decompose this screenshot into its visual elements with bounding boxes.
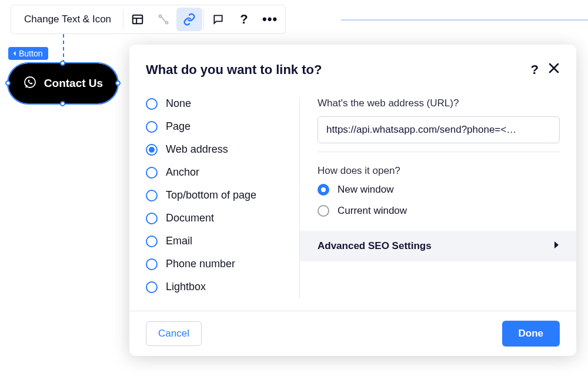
radio-icon [146, 190, 158, 201]
link-type-option[interactable]: Page [146, 120, 299, 133]
link-type-label: Lightbox [166, 281, 206, 293]
dialog-title: What do you want to link to? [146, 62, 531, 78]
url-input-value: https://api.whatsapp.com/send?phone=<… [326, 124, 516, 136]
dialog-footer: Cancel Done [129, 311, 576, 356]
chevron-right-icon [554, 241, 560, 251]
element-type-label: Button [19, 49, 42, 58]
open-field-label: How does it open? [318, 165, 560, 177]
element-type-tag-button[interactable]: Button [8, 47, 48, 60]
toolbar-separator [123, 9, 123, 29]
radio-icon [318, 205, 329, 217]
resize-handle-top[interactable] [60, 60, 65, 66]
link-type-option[interactable]: Top/bottom of page [146, 189, 299, 201]
radio-icon [146, 167, 158, 179]
link-settings-dialog: What do you want to link to? ? NonePageW… [129, 45, 576, 356]
radio-icon [146, 121, 158, 133]
svg-rect-0 [133, 15, 143, 24]
link-type-option[interactable]: Lightbox [146, 281, 299, 293]
radio-icon [318, 184, 329, 196]
contact-us-label: Contact Us [44, 77, 103, 90]
link-type-label: Web address [166, 143, 228, 156]
link-type-panel: NonePageWeb addressAnchorTop/bottom of p… [129, 98, 300, 299]
dialog-header: What do you want to link to? ? [129, 45, 576, 88]
link-type-label: Anchor [166, 166, 199, 179]
layout-icon[interactable] [125, 8, 151, 31]
animation-icon[interactable] [151, 8, 176, 31]
floating-toolbar: Change Text & Icon ? ••• [11, 5, 286, 34]
link-icon[interactable] [176, 8, 202, 31]
comment-icon[interactable] [205, 8, 231, 31]
radio-icon [146, 98, 158, 110]
open-option[interactable]: New window [318, 184, 560, 196]
cancel-button[interactable]: Cancel [146, 321, 202, 346]
radio-icon [146, 281, 158, 293]
url-input[interactable]: https://api.whatsapp.com/send?phone=<… [318, 116, 560, 143]
whatsapp-icon [23, 75, 37, 92]
open-option-label: Current window [338, 205, 407, 217]
radio-icon [146, 258, 158, 270]
toolbar-change-text-icon[interactable]: Change Text & Icon [14, 14, 122, 25]
toolbar-separator [203, 9, 204, 29]
link-type-label: None [166, 98, 191, 110]
help-icon[interactable]: ? [231, 8, 257, 31]
advanced-seo-toggle[interactable]: Advanced SEO Settings [300, 231, 576, 261]
chevron-left-icon [12, 51, 18, 56]
resize-handle-right[interactable] [115, 80, 121, 86]
link-type-option[interactable]: Document [146, 212, 299, 224]
link-type-option[interactable]: Web address [146, 143, 299, 156]
link-details-panel: What's the web address (URL)? https://ap… [300, 98, 576, 299]
link-type-option[interactable]: Anchor [146, 166, 299, 179]
open-option-label: New window [338, 184, 393, 196]
link-type-label: Page [166, 120, 191, 133]
canvas-selected-element[interactable]: Contact Us [8, 63, 118, 103]
link-type-label: Document [166, 212, 214, 224]
link-type-option[interactable]: Email [146, 235, 299, 247]
close-icon[interactable] [548, 62, 560, 78]
link-type-label: Top/bottom of page [166, 189, 256, 201]
resize-handle-bottom[interactable] [60, 101, 65, 106]
radio-icon [146, 144, 158, 156]
resize-handle-left[interactable] [5, 80, 11, 86]
radio-icon [146, 236, 158, 247]
done-button[interactable]: Done [502, 321, 560, 347]
vertical-guide-line [63, 34, 64, 63]
divider [318, 152, 560, 152]
url-field-label: What's the web address (URL)? [318, 98, 560, 109]
help-icon[interactable]: ? [531, 62, 539, 78]
radio-icon [146, 213, 158, 224]
link-type-option[interactable]: Phone number [146, 258, 299, 270]
advanced-seo-label: Advanced SEO Settings [318, 240, 432, 252]
open-option[interactable]: Current window [318, 205, 560, 217]
contact-us-button[interactable]: Contact Us [8, 63, 118, 103]
link-type-option[interactable]: None [146, 98, 299, 110]
canvas-guide-line [341, 19, 588, 21]
more-icon[interactable]: ••• [257, 8, 283, 31]
link-type-label: Email [166, 235, 192, 247]
link-type-label: Phone number [166, 258, 235, 270]
